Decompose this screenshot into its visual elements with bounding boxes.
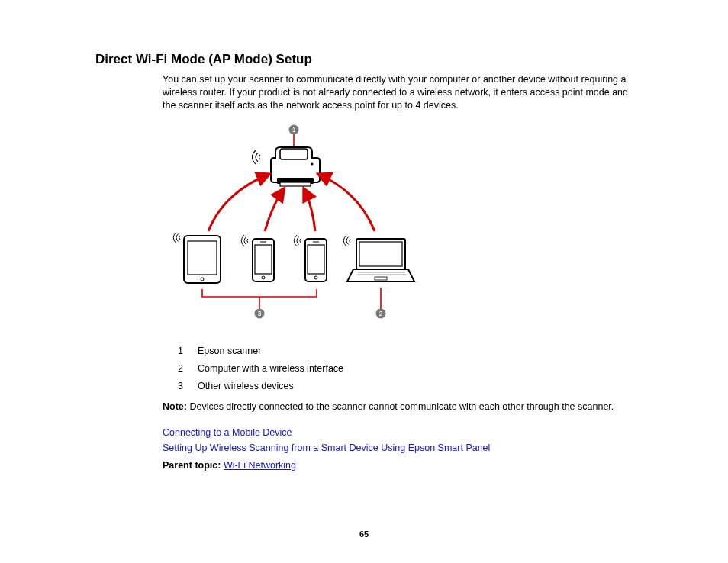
- related-links: Connecting to a Mobile Device Setting Up…: [163, 426, 633, 474]
- legend-text: Epson scanner: [198, 346, 261, 356]
- svg-rect-3: [280, 149, 308, 159]
- svg-rect-12: [255, 245, 272, 274]
- note-text: Devices directly connected to the scanne…: [187, 401, 614, 412]
- legend-text: Other wireless devices: [198, 381, 294, 391]
- phone-icon-1: [241, 235, 274, 282]
- network-diagram: 1: [163, 123, 633, 332]
- link-connecting-mobile[interactable]: Connecting to a Mobile Device: [163, 426, 633, 440]
- legend-text: Computer with a wireless interface: [198, 363, 343, 374]
- phone-icon-2: [294, 235, 327, 282]
- svg-point-4: [311, 162, 314, 165]
- diagram-legend: 1 Epson scanner 2 Computer with a wirele…: [178, 346, 633, 391]
- legend-number: 3: [178, 381, 198, 391]
- parent-topic-link[interactable]: Wi-Fi Networking: [224, 460, 296, 471]
- svg-rect-6: [280, 182, 311, 186]
- page-heading: Direct Wi-Fi Mode (AP Mode) Setup: [95, 52, 633, 67]
- page-number: 65: [0, 529, 728, 539]
- legend-number: 2: [178, 363, 198, 374]
- note-label: Note:: [163, 401, 187, 412]
- svg-rect-16: [308, 245, 324, 274]
- svg-text:2: 2: [379, 310, 383, 317]
- svg-rect-20: [359, 242, 402, 266]
- parent-topic-label: Parent topic:: [163, 460, 224, 471]
- legend-row: 3 Other wireless devices: [178, 381, 633, 391]
- legend-row: 2 Computer with a wireless interface: [178, 363, 633, 374]
- tablet-icon: [173, 232, 221, 283]
- link-wireless-scanning-smart-panel[interactable]: Setting Up Wireless Scanning from a Smar…: [163, 441, 633, 455]
- laptop-icon: [343, 235, 414, 282]
- scanner-icon: [253, 147, 321, 186]
- svg-text:1: 1: [292, 126, 296, 134]
- intro-paragraph: You can set up your scanner to communica…: [163, 73, 633, 112]
- parent-topic: Parent topic: Wi-Fi Networking: [163, 458, 633, 473]
- legend-number: 1: [178, 346, 198, 356]
- note-paragraph: Note: Devices directly connected to the …: [163, 401, 633, 413]
- svg-rect-9: [188, 241, 217, 275]
- legend-row: 1 Epson scanner: [178, 346, 633, 356]
- svg-text:3: 3: [258, 310, 262, 317]
